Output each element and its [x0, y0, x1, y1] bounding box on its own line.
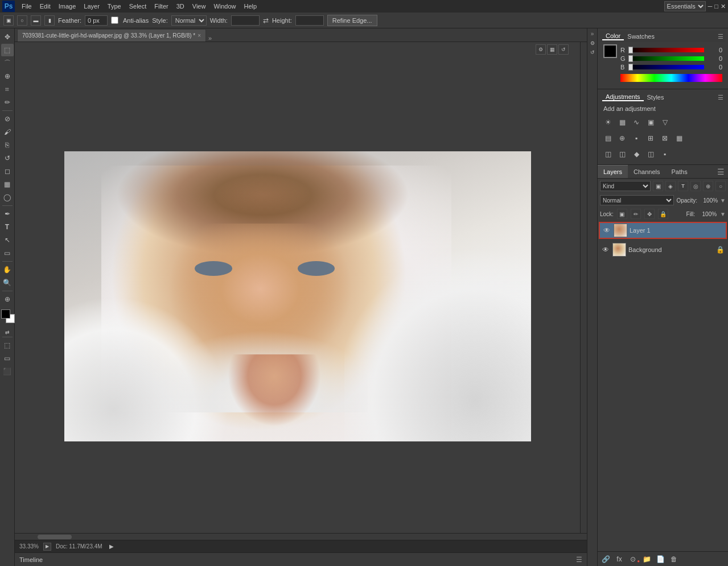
marquee-single-col-icon[interactable]: ▮	[44, 15, 55, 26]
foreground-color[interactable]	[1, 309, 10, 319]
foreground-color-swatch[interactable]	[603, 44, 617, 58]
layers-panel-menu-btn[interactable]: ☰	[714, 167, 728, 176]
menu-window[interactable]: Window	[210, 2, 239, 11]
lock-transparent-btn[interactable]: ▣	[617, 209, 627, 219]
canvas-rotate-icon[interactable]: ↺	[558, 44, 569, 55]
levels-icon[interactable]: ▦	[616, 116, 628, 129]
extra-tool[interactable]: ⊕	[1, 293, 14, 305]
canvas-bottom-scrollbar[interactable]	[15, 533, 587, 540]
window-minimize[interactable]: ─	[708, 3, 713, 10]
photo-filter-icon[interactable]: ⊞	[644, 132, 657, 144]
shape-tool[interactable]: ▭	[1, 247, 14, 259]
layer-filter-type[interactable]: T	[678, 181, 688, 191]
marquee-ellipse-icon[interactable]: ○	[17, 15, 27, 26]
layer-item-layer1[interactable]: 👁 Layer 1	[599, 222, 727, 239]
marquee-rect-icon[interactable]: ▣	[3, 15, 14, 26]
style-select[interactable]: Normal	[171, 15, 207, 26]
hand-tool[interactable]: ✋	[1, 263, 14, 276]
channels-tab[interactable]: Channels	[628, 165, 665, 178]
window-restore[interactable]: □	[714, 3, 718, 10]
create-new-layer-btn[interactable]: 📄	[655, 553, 666, 565]
swatches-tab[interactable]: Swatches	[624, 33, 658, 40]
opacity-options-btn[interactable]: ▼	[720, 197, 726, 204]
right-icon-2[interactable]: ↺	[589, 48, 597, 56]
create-new-fill-btn[interactable]: ●	[637, 559, 640, 564]
exposure-icon[interactable]: ▣	[644, 116, 657, 129]
workspace-preset[interactable]: Essentials	[664, 1, 706, 11]
swap-wh-icon[interactable]: ⇄	[263, 16, 269, 24]
menu-help[interactable]: Help	[241, 2, 261, 11]
blend-mode-select[interactable]: Normal	[600, 195, 674, 205]
zoom-tool[interactable]: 🔍	[1, 276, 14, 289]
canvas-scroll[interactable]: ⚙ ▦ ↺	[15, 42, 580, 533]
dodge-tool[interactable]: ◯	[1, 191, 14, 204]
brightness-contrast-icon[interactable]: ☀	[602, 116, 614, 129]
menu-view[interactable]: View	[189, 2, 209, 11]
channel-mixer-icon[interactable]: ⊠	[659, 132, 671, 144]
layer-filter-pixel[interactable]: ▣	[653, 181, 663, 191]
color-lookup-icon[interactable]: ▦	[673, 132, 685, 144]
artboard-tool[interactable]: ⬛	[1, 365, 14, 378]
feather-input[interactable]	[85, 15, 108, 26]
layer-kind-select[interactable]: Kind	[600, 181, 651, 191]
background-layer-name[interactable]: Background	[628, 246, 714, 253]
color-tab[interactable]: Color	[602, 32, 624, 40]
r-slider[interactable]	[628, 48, 704, 52]
add-mask-btn[interactable]: ⊙ ●	[627, 553, 639, 565]
tabs-collapse-btn[interactable]: »	[206, 35, 214, 42]
window-close[interactable]: ✕	[721, 3, 726, 10]
quick-select-tool[interactable]: ⊕	[1, 70, 14, 82]
document-tab[interactable]: 7039381-cute-little-girl-hd-wallpaper.jp…	[17, 29, 206, 42]
status-arrow[interactable]: ▶	[109, 543, 114, 550]
menu-type[interactable]: Type	[104, 2, 125, 11]
tab-close-button[interactable]: ×	[198, 32, 201, 39]
bw-icon[interactable]: ▪	[630, 132, 643, 144]
history-brush-tool[interactable]: ↺	[1, 152, 14, 164]
posterize-icon[interactable]: ◫	[616, 148, 628, 160]
menu-layer[interactable]: Layer	[80, 2, 103, 11]
canvas-arrange-icon[interactable]: ▦	[547, 44, 557, 55]
color-spectrum[interactable]	[620, 74, 722, 82]
layer-filter-adjust[interactable]: ◈	[665, 181, 676, 191]
adjustments-panel-menu[interactable]: ☰	[718, 94, 723, 101]
gradient-map-icon[interactable]: ◫	[644, 148, 657, 160]
paths-tab[interactable]: Paths	[666, 165, 693, 178]
text-tool[interactable]: T	[1, 221, 14, 233]
menu-3d[interactable]: 3D	[173, 2, 188, 11]
clone-tool[interactable]: ⎘	[1, 139, 14, 151]
add-style-btn[interactable]: fx	[614, 553, 625, 565]
color-panel-menu[interactable]: ☰	[718, 33, 723, 40]
background-visibility-toggle[interactable]: 👁	[601, 245, 610, 254]
adjustments-tab[interactable]: Adjustments	[602, 93, 644, 101]
create-group-btn[interactable]: 📁	[641, 553, 652, 565]
layer-filter-shape[interactable]: ◎	[690, 181, 701, 191]
anti-alias-checkbox[interactable]	[111, 16, 118, 24]
layer-item-background[interactable]: 👁 Background 🔒	[599, 241, 727, 258]
swap-colors-icon[interactable]: ⇄	[5, 329, 10, 335]
height-input[interactable]	[295, 15, 324, 26]
canvas-right-scrollbar[interactable]	[580, 42, 587, 533]
lock-image-btn[interactable]: ✏	[631, 209, 641, 219]
layer-filter-smart[interactable]: ⊕	[703, 181, 713, 191]
eraser-tool[interactable]: ◻	[1, 165, 14, 177]
lock-all-btn[interactable]: 🔒	[658, 209, 668, 219]
crop-tool[interactable]: ⌗	[1, 83, 14, 96]
brush-tool[interactable]: 🖌	[1, 126, 14, 138]
link-layers-btn[interactable]: 🔗	[600, 553, 611, 565]
panel-collapse-btn[interactable]: »	[590, 30, 595, 38]
marquee-single-row-icon[interactable]: ▬	[31, 15, 41, 26]
layer1-visibility-toggle[interactable]: 👁	[602, 226, 611, 235]
menu-file[interactable]: File	[18, 2, 35, 11]
selective-color-icon[interactable]: ▪	[659, 148, 671, 160]
fill-value[interactable]: 100%	[698, 211, 717, 217]
quick-mask-toggle[interactable]: ⬚	[1, 339, 14, 352]
menu-edit[interactable]: Edit	[36, 2, 54, 11]
timeline-options[interactable]: ☰	[576, 556, 582, 564]
hue-sat-icon[interactable]: ▤	[602, 132, 614, 144]
opacity-value[interactable]: 100%	[700, 197, 718, 204]
delete-layer-btn[interactable]: 🗑	[668, 553, 680, 565]
marquee-tool[interactable]: ⬚	[1, 44, 14, 56]
menu-image[interactable]: Image	[55, 2, 80, 11]
path-select-tool[interactable]: ↖	[1, 234, 14, 246]
width-input[interactable]	[231, 15, 260, 26]
